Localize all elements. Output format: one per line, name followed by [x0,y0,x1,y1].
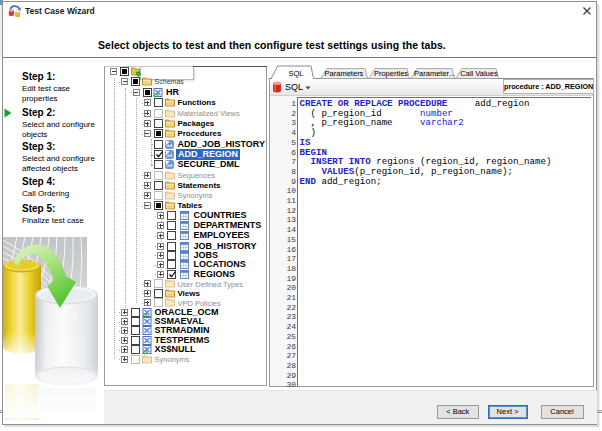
svg-text:SQL: SQL [288,69,303,78]
svg-text:Parameters: Parameters [325,69,364,78]
svg-text:Properties: Properties [374,69,408,78]
svg-text:Call Values: Call Values [460,69,498,78]
svg-text:Parameter...: Parameter... [414,69,455,78]
